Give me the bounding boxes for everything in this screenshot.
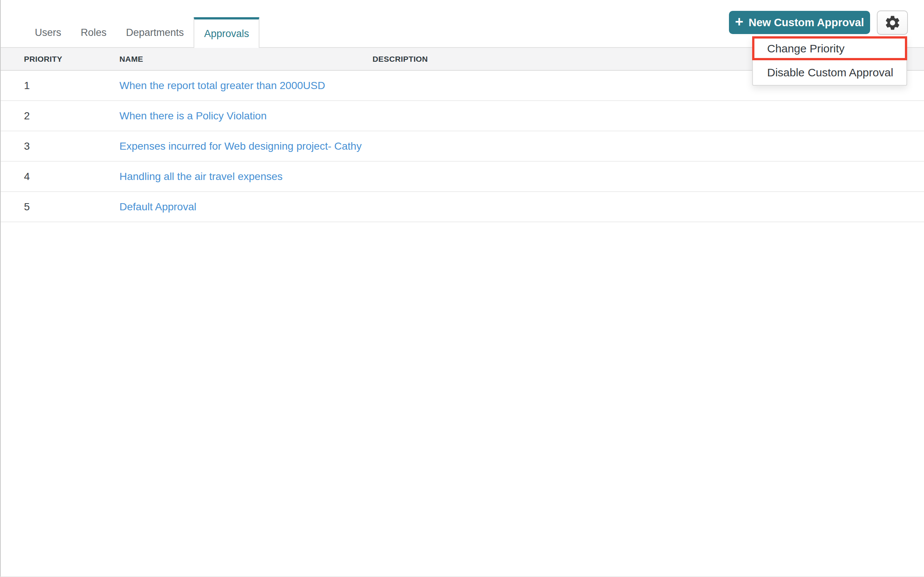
table-row: 4 Handling all the air travel expenses (1, 161, 924, 192)
plus-icon: + (735, 15, 743, 29)
new-custom-approval-button[interactable]: + New Custom Approval (729, 11, 870, 34)
table-row: 5 Default Approval (1, 192, 924, 222)
menu-item-disable-custom-approval[interactable]: Disable Custom Approval (753, 60, 906, 85)
table-row: 2 When there is a Policy Violation (1, 101, 924, 131)
priority-cell: 5 (1, 192, 120, 222)
new-custom-approval-label: New Custom Approval (748, 16, 864, 29)
approval-name-link[interactable]: Default Approval (120, 201, 196, 213)
approval-name-link[interactable]: When there is a Policy Violation (120, 110, 267, 122)
priority-cell: 3 (1, 131, 120, 161)
settings-button[interactable] (877, 10, 908, 35)
description-cell (373, 131, 924, 161)
approval-name-link[interactable]: When the report total greater than 2000U… (120, 80, 325, 91)
tab-departments[interactable]: Departments (116, 18, 194, 47)
priority-cell: 1 (1, 70, 120, 101)
tab-users[interactable]: Users (25, 18, 71, 47)
approval-name-link[interactable]: Expenses incurred for Web designing proj… (120, 140, 362, 152)
settings-dropdown-menu: Change Priority Disable Custom Approval (752, 36, 907, 86)
priority-cell: 4 (1, 161, 120, 192)
column-header-priority: PRIORITY (1, 48, 120, 70)
column-header-name: NAME (120, 48, 373, 70)
priority-cell: 2 (1, 101, 120, 131)
tab-departments-label: Departments (126, 27, 184, 39)
table-row: 3 Expenses incurred for Web designing pr… (1, 131, 924, 161)
tab-roles-label: Roles (81, 27, 107, 39)
menu-item-change-priority-label: Change Priority (767, 42, 845, 55)
gear-icon (884, 14, 901, 31)
tab-approvals[interactable]: Approvals (194, 17, 260, 48)
settings-approvals-page: Users Roles Departments Approvals PRIORI… (0, 0, 924, 577)
approval-name-link[interactable]: Handling all the air travel expenses (120, 171, 283, 182)
menu-item-change-priority[interactable]: Change Priority (753, 37, 906, 60)
description-cell (373, 101, 924, 131)
tab-users-label: Users (35, 27, 61, 39)
description-cell (373, 161, 924, 192)
description-cell (373, 192, 924, 222)
tab-roles[interactable]: Roles (71, 18, 116, 47)
tab-approvals-label: Approvals (204, 28, 249, 40)
menu-item-disable-custom-approval-label: Disable Custom Approval (767, 66, 893, 79)
